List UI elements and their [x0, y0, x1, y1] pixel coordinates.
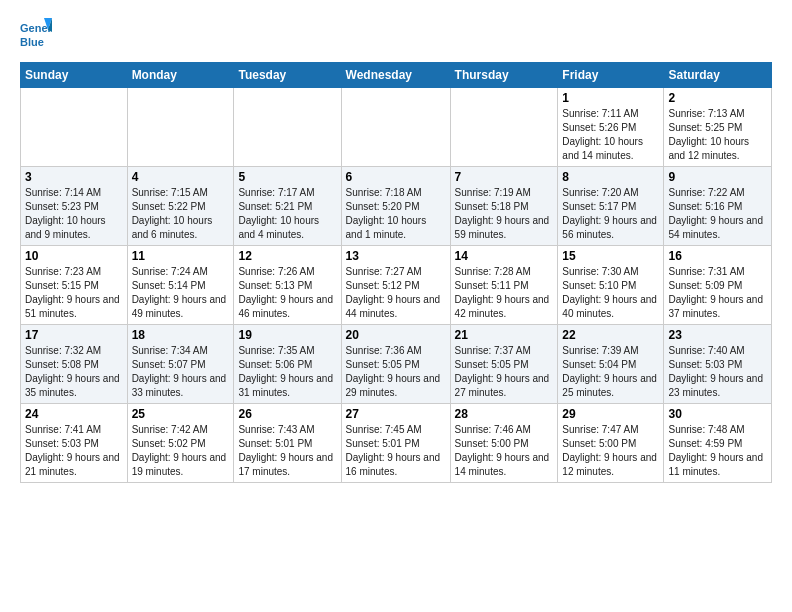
day-info: Sunrise: 7:30 AM Sunset: 5:10 PM Dayligh…	[562, 265, 659, 321]
day-info: Sunrise: 7:24 AM Sunset: 5:14 PM Dayligh…	[132, 265, 230, 321]
logo: General Blue	[20, 16, 52, 52]
header: General Blue	[20, 16, 772, 52]
logo-svg: General Blue	[20, 16, 52, 52]
day-number: 23	[668, 328, 767, 342]
day-info: Sunrise: 7:23 AM Sunset: 5:15 PM Dayligh…	[25, 265, 123, 321]
calendar-day-cell: 19Sunrise: 7:35 AM Sunset: 5:06 PM Dayli…	[234, 325, 341, 404]
day-info: Sunrise: 7:42 AM Sunset: 5:02 PM Dayligh…	[132, 423, 230, 479]
day-number: 19	[238, 328, 336, 342]
calendar-day-cell: 16Sunrise: 7:31 AM Sunset: 5:09 PM Dayli…	[664, 246, 772, 325]
calendar-day-cell: 26Sunrise: 7:43 AM Sunset: 5:01 PM Dayli…	[234, 404, 341, 483]
calendar-day-cell: 25Sunrise: 7:42 AM Sunset: 5:02 PM Dayli…	[127, 404, 234, 483]
day-number: 30	[668, 407, 767, 421]
calendar-day-cell: 3Sunrise: 7:14 AM Sunset: 5:23 PM Daylig…	[21, 167, 128, 246]
day-info: Sunrise: 7:14 AM Sunset: 5:23 PM Dayligh…	[25, 186, 123, 242]
calendar-week-row: 10Sunrise: 7:23 AM Sunset: 5:15 PM Dayli…	[21, 246, 772, 325]
day-info: Sunrise: 7:20 AM Sunset: 5:17 PM Dayligh…	[562, 186, 659, 242]
calendar-day-cell: 2Sunrise: 7:13 AM Sunset: 5:25 PM Daylig…	[664, 88, 772, 167]
day-number: 11	[132, 249, 230, 263]
calendar-day-cell	[341, 88, 450, 167]
day-info: Sunrise: 7:13 AM Sunset: 5:25 PM Dayligh…	[668, 107, 767, 163]
weekday-header-row: SundayMondayTuesdayWednesdayThursdayFrid…	[21, 63, 772, 88]
calendar-day-cell: 7Sunrise: 7:19 AM Sunset: 5:18 PM Daylig…	[450, 167, 558, 246]
calendar-day-cell: 18Sunrise: 7:34 AM Sunset: 5:07 PM Dayli…	[127, 325, 234, 404]
calendar-day-cell: 14Sunrise: 7:28 AM Sunset: 5:11 PM Dayli…	[450, 246, 558, 325]
day-number: 15	[562, 249, 659, 263]
day-info: Sunrise: 7:46 AM Sunset: 5:00 PM Dayligh…	[455, 423, 554, 479]
day-info: Sunrise: 7:37 AM Sunset: 5:05 PM Dayligh…	[455, 344, 554, 400]
calendar-day-cell: 24Sunrise: 7:41 AM Sunset: 5:03 PM Dayli…	[21, 404, 128, 483]
page: General Blue SundayMondayTuesdayWednesda…	[0, 0, 792, 495]
day-number: 9	[668, 170, 767, 184]
day-number: 27	[346, 407, 446, 421]
weekday-header-cell: Tuesday	[234, 63, 341, 88]
day-info: Sunrise: 7:11 AM Sunset: 5:26 PM Dayligh…	[562, 107, 659, 163]
calendar-day-cell: 12Sunrise: 7:26 AM Sunset: 5:13 PM Dayli…	[234, 246, 341, 325]
day-number: 21	[455, 328, 554, 342]
day-info: Sunrise: 7:35 AM Sunset: 5:06 PM Dayligh…	[238, 344, 336, 400]
calendar-week-row: 3Sunrise: 7:14 AM Sunset: 5:23 PM Daylig…	[21, 167, 772, 246]
day-number: 3	[25, 170, 123, 184]
day-number: 20	[346, 328, 446, 342]
day-number: 6	[346, 170, 446, 184]
calendar-day-cell: 6Sunrise: 7:18 AM Sunset: 5:20 PM Daylig…	[341, 167, 450, 246]
day-number: 8	[562, 170, 659, 184]
calendar-day-cell	[127, 88, 234, 167]
day-number: 10	[25, 249, 123, 263]
day-info: Sunrise: 7:34 AM Sunset: 5:07 PM Dayligh…	[132, 344, 230, 400]
day-number: 4	[132, 170, 230, 184]
day-info: Sunrise: 7:18 AM Sunset: 5:20 PM Dayligh…	[346, 186, 446, 242]
day-info: Sunrise: 7:19 AM Sunset: 5:18 PM Dayligh…	[455, 186, 554, 242]
day-info: Sunrise: 7:15 AM Sunset: 5:22 PM Dayligh…	[132, 186, 230, 242]
day-info: Sunrise: 7:36 AM Sunset: 5:05 PM Dayligh…	[346, 344, 446, 400]
calendar-week-row: 24Sunrise: 7:41 AM Sunset: 5:03 PM Dayli…	[21, 404, 772, 483]
day-number: 5	[238, 170, 336, 184]
calendar-day-cell	[234, 88, 341, 167]
calendar-day-cell: 9Sunrise: 7:22 AM Sunset: 5:16 PM Daylig…	[664, 167, 772, 246]
day-number: 25	[132, 407, 230, 421]
calendar-day-cell: 4Sunrise: 7:15 AM Sunset: 5:22 PM Daylig…	[127, 167, 234, 246]
day-number: 28	[455, 407, 554, 421]
day-info: Sunrise: 7:40 AM Sunset: 5:03 PM Dayligh…	[668, 344, 767, 400]
calendar-day-cell: 1Sunrise: 7:11 AM Sunset: 5:26 PM Daylig…	[558, 88, 664, 167]
day-info: Sunrise: 7:41 AM Sunset: 5:03 PM Dayligh…	[25, 423, 123, 479]
day-number: 1	[562, 91, 659, 105]
calendar-day-cell: 5Sunrise: 7:17 AM Sunset: 5:21 PM Daylig…	[234, 167, 341, 246]
calendar-day-cell	[450, 88, 558, 167]
calendar-day-cell: 15Sunrise: 7:30 AM Sunset: 5:10 PM Dayli…	[558, 246, 664, 325]
day-info: Sunrise: 7:47 AM Sunset: 5:00 PM Dayligh…	[562, 423, 659, 479]
calendar-day-cell: 10Sunrise: 7:23 AM Sunset: 5:15 PM Dayli…	[21, 246, 128, 325]
day-number: 22	[562, 328, 659, 342]
logo-container: General Blue	[20, 16, 52, 52]
day-number: 16	[668, 249, 767, 263]
day-info: Sunrise: 7:45 AM Sunset: 5:01 PM Dayligh…	[346, 423, 446, 479]
day-info: Sunrise: 7:26 AM Sunset: 5:13 PM Dayligh…	[238, 265, 336, 321]
weekday-header-cell: Wednesday	[341, 63, 450, 88]
day-info: Sunrise: 7:28 AM Sunset: 5:11 PM Dayligh…	[455, 265, 554, 321]
day-number: 26	[238, 407, 336, 421]
day-number: 7	[455, 170, 554, 184]
day-info: Sunrise: 7:39 AM Sunset: 5:04 PM Dayligh…	[562, 344, 659, 400]
day-number: 13	[346, 249, 446, 263]
calendar-day-cell: 20Sunrise: 7:36 AM Sunset: 5:05 PM Dayli…	[341, 325, 450, 404]
weekday-header-cell: Sunday	[21, 63, 128, 88]
day-info: Sunrise: 7:27 AM Sunset: 5:12 PM Dayligh…	[346, 265, 446, 321]
day-number: 12	[238, 249, 336, 263]
day-info: Sunrise: 7:32 AM Sunset: 5:08 PM Dayligh…	[25, 344, 123, 400]
calendar-day-cell: 30Sunrise: 7:48 AM Sunset: 4:59 PM Dayli…	[664, 404, 772, 483]
day-number: 14	[455, 249, 554, 263]
calendar-week-row: 17Sunrise: 7:32 AM Sunset: 5:08 PM Dayli…	[21, 325, 772, 404]
calendar-day-cell: 8Sunrise: 7:20 AM Sunset: 5:17 PM Daylig…	[558, 167, 664, 246]
calendar-day-cell: 28Sunrise: 7:46 AM Sunset: 5:00 PM Dayli…	[450, 404, 558, 483]
svg-text:Blue: Blue	[20, 36, 44, 48]
day-info: Sunrise: 7:48 AM Sunset: 4:59 PM Dayligh…	[668, 423, 767, 479]
weekday-header-cell: Saturday	[664, 63, 772, 88]
calendar-day-cell	[21, 88, 128, 167]
calendar-table: SundayMondayTuesdayWednesdayThursdayFrid…	[20, 62, 772, 483]
weekday-header-cell: Thursday	[450, 63, 558, 88]
weekday-header-cell: Friday	[558, 63, 664, 88]
day-info: Sunrise: 7:17 AM Sunset: 5:21 PM Dayligh…	[238, 186, 336, 242]
calendar-day-cell: 13Sunrise: 7:27 AM Sunset: 5:12 PM Dayli…	[341, 246, 450, 325]
weekday-header-cell: Monday	[127, 63, 234, 88]
calendar-day-cell: 11Sunrise: 7:24 AM Sunset: 5:14 PM Dayli…	[127, 246, 234, 325]
